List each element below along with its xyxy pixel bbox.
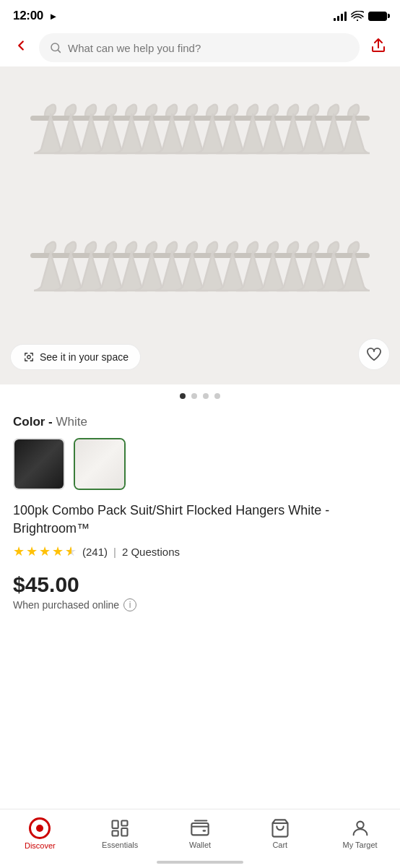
color-value: White	[56, 415, 87, 429]
product-details: Color - White 100pk Combo Pack Suit/Shir…	[0, 408, 400, 611]
ar-label: See it in your space	[40, 351, 129, 363]
status-bar: 12:00 ►	[0, 0, 400, 29]
svg-point-0	[357, 20, 358, 21]
nav-label-discover: Discover	[25, 841, 56, 850]
back-button[interactable]	[10, 35, 32, 61]
ar-icon	[22, 351, 35, 364]
search-icon	[49, 41, 62, 54]
page-dot-1[interactable]	[180, 393, 186, 399]
nav-label-essentials: Essentials	[102, 841, 138, 849]
light-hanger-preview	[75, 439, 124, 489]
price-note-text: When purchased online	[13, 599, 119, 611]
svg-rect-7	[122, 821, 128, 826]
svg-rect-3	[30, 253, 370, 258]
nav-item-my-target[interactable]: My Target	[331, 818, 389, 849]
ratings-divider: |	[113, 546, 116, 558]
search-input[interactable]	[68, 42, 349, 54]
my-target-icon	[350, 818, 370, 838]
rating-count[interactable]: (241)	[82, 546, 108, 558]
search-bar[interactable]	[39, 33, 360, 62]
nav-item-wallet[interactable]: Wallet	[171, 818, 229, 849]
dark-hanger-preview	[14, 439, 64, 489]
wallet-icon	[190, 818, 210, 838]
page-dot-4[interactable]	[214, 393, 220, 399]
status-time: 12:00 ►	[13, 9, 58, 23]
signal-bar-1	[334, 18, 336, 21]
battery-icon	[368, 12, 387, 21]
star-4: ★	[52, 543, 64, 559]
status-icons	[334, 11, 387, 21]
color-label: Color - White	[13, 415, 387, 429]
star-1: ★	[13, 543, 25, 559]
price-section: $45.00 When purchased online i	[13, 572, 387, 611]
nav-item-discover[interactable]: Discover	[11, 817, 69, 850]
bottom-nav: Discover Essentials Wallet Cart	[0, 809, 400, 868]
nav-label-my-target: My Target	[343, 841, 378, 849]
nav-label-cart: Cart	[272, 841, 287, 849]
color-section: Color - White	[13, 415, 387, 490]
product-image-container: See it in your space	[0, 66, 400, 384]
product-price: $45.00	[13, 572, 387, 597]
signal-bar-4	[344, 12, 347, 21]
star-rating[interactable]: ★ ★ ★ ★ ★ ★	[13, 543, 77, 559]
location-icon: ►	[48, 11, 58, 22]
wishlist-button[interactable]	[358, 338, 390, 370]
header	[0, 29, 400, 66]
signal-bar-2	[337, 16, 339, 21]
hangers-bottom-row	[16, 233, 384, 356]
page-dot-2[interactable]	[191, 393, 197, 399]
star-3: ★	[39, 543, 51, 559]
essentials-icon	[110, 818, 130, 838]
color-swatch-dark[interactable]	[13, 438, 65, 490]
ratings-row: ★ ★ ★ ★ ★ ★ (241) | 2 Questions	[13, 543, 387, 559]
hangers-top-row	[16, 95, 384, 218]
svg-rect-5	[113, 821, 118, 829]
price-note: When purchased online i	[13, 598, 387, 611]
info-icon[interactable]: i	[123, 598, 136, 611]
svg-point-11	[357, 822, 363, 828]
ar-button[interactable]: See it in your space	[10, 344, 141, 370]
heart-icon	[366, 347, 382, 361]
svg-rect-6	[113, 831, 118, 836]
nav-item-essentials[interactable]: Essentials	[91, 818, 149, 849]
cart-icon	[270, 818, 290, 838]
page-dot-3[interactable]	[203, 393, 209, 399]
nav-item-cart[interactable]: Cart	[251, 818, 309, 849]
svg-point-4	[27, 356, 31, 359]
wifi-icon	[351, 11, 364, 21]
product-title: 100pk Combo Pack Suit/Shirt Flocked Hang…	[13, 502, 387, 538]
home-indicator	[157, 861, 243, 864]
star-2: ★	[26, 543, 38, 559]
page-dots	[0, 384, 400, 408]
svg-rect-8	[122, 828, 128, 836]
nav-label-wallet: Wallet	[189, 841, 211, 849]
svg-rect-2	[30, 116, 370, 121]
color-swatch-white[interactable]	[74, 438, 126, 490]
discover-icon-inner	[36, 825, 43, 832]
signal-bars	[334, 11, 347, 21]
questions-link[interactable]: 2 Questions	[122, 546, 180, 558]
svg-rect-9	[191, 823, 208, 835]
discover-icon	[29, 817, 51, 839]
signal-bar-3	[341, 14, 343, 21]
star-5-half: ★ ★	[65, 543, 77, 559]
color-options	[13, 438, 387, 490]
hanger-image	[0, 66, 400, 384]
share-button[interactable]	[367, 34, 390, 61]
